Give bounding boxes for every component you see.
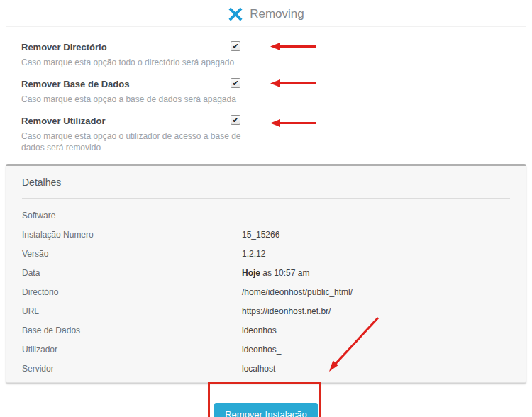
detail-value: localhost <box>242 364 275 374</box>
annotation-arrow-directorio <box>248 42 318 51</box>
remover-base-de-dados-checkbox[interactable]: ✔ <box>231 78 240 88</box>
detail-label: Versão <box>22 249 242 259</box>
remover-utilizador-checkbox[interactable]: ✔ <box>231 115 240 125</box>
option-remover-utilizador: Remover Utilizador Caso marque esta opçã… <box>21 116 532 153</box>
detail-label: Data <box>22 268 242 278</box>
option-description: Caso marque esta opção a base de dados s… <box>21 94 266 105</box>
remove-x-icon <box>228 6 243 22</box>
detail-value: https://ideonhost.net.br/ <box>242 306 331 316</box>
footer: Remover Instalação <box>0 403 532 417</box>
detail-row-versao: Versão 1.2.12 <box>22 244 510 263</box>
removing-page: Removing Remover Directório Caso marque … <box>0 0 532 417</box>
detail-row-base-de-dados: Base de Dados ideonhos_ <box>22 321 510 340</box>
option-description: Caso marque esta opção todo o directório… <box>21 57 266 68</box>
detail-row-software: Software <box>22 206 510 225</box>
detail-row-directorio: Directório /home/ideonhost/public_html/ <box>22 282 510 301</box>
details-title: Detalhes <box>22 177 510 188</box>
detail-label: Directório <box>22 287 242 297</box>
detail-value: 15_15266 <box>242 230 279 240</box>
detail-label: Software <box>22 211 242 221</box>
detail-row-instalacao-numero: Instalação Numero 15_15266 <box>22 225 510 244</box>
detail-label: Base de Dados <box>22 326 242 335</box>
detail-label: Instalação Numero <box>22 230 242 240</box>
detail-value: Hoje as 10:57 am <box>242 268 309 278</box>
remove-options: Remover Directório Caso marque esta opçã… <box>0 27 532 153</box>
annotation-arrow-utilizador <box>248 118 318 128</box>
detail-value: 1.2.12 <box>242 249 265 259</box>
detail-label: Servidor <box>22 364 242 374</box>
detail-label: URL <box>22 306 242 316</box>
details-divider <box>22 198 510 199</box>
annotation-arrow-base-de-dados <box>248 79 318 88</box>
detail-value: ideonhos_ <box>242 345 281 355</box>
checkmark-icon: ✔ <box>232 79 238 87</box>
remover-instalacao-button[interactable]: Remover Instalação <box>214 403 318 417</box>
option-remover-base-de-dados: Remover Base de Dados Caso marque esta o… <box>21 79 532 105</box>
detail-label: Utilizador <box>22 345 242 355</box>
page-header: Removing <box>0 0 532 24</box>
detail-row-servidor: Servidor localhost <box>22 359 510 378</box>
page-title: Removing <box>250 7 304 21</box>
option-remover-directorio: Remover Directório Caso marque esta opçã… <box>21 42 532 68</box>
checkmark-icon: ✔ <box>232 116 238 124</box>
detail-row-url: URL https://ideonhost.net.br/ <box>22 301 510 321</box>
details-panel: Detalhes Software Instalação Numero 15_1… <box>6 164 526 383</box>
option-description: Caso marque esta opção o utilizador de a… <box>21 130 266 153</box>
remover-directorio-checkbox[interactable]: ✔ <box>231 41 240 51</box>
detail-row-utilizador: Utilizador ideonhos_ <box>22 340 510 359</box>
checkmark-icon: ✔ <box>232 42 238 50</box>
detail-value: ideonhos_ <box>242 326 281 335</box>
detail-value: /home/ideonhost/public_html/ <box>242 287 353 297</box>
detail-row-data: Data Hoje as 10:57 am <box>22 263 510 282</box>
